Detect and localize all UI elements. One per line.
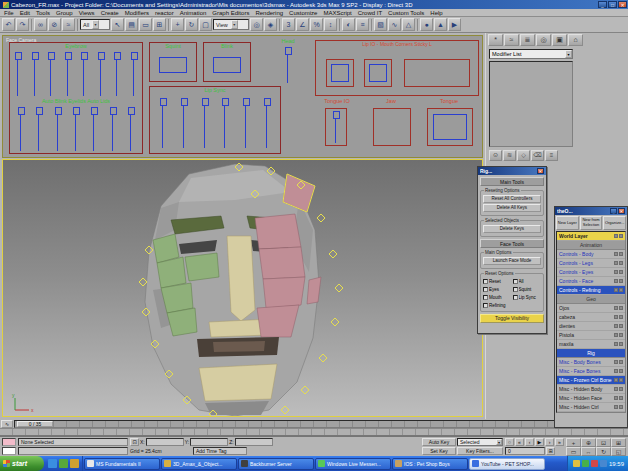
layer-group-header[interactable]: Animation: [557, 241, 625, 250]
menu-item-create[interactable]: Create: [101, 10, 119, 16]
configure-sets-icon[interactable]: ≡: [545, 150, 558, 161]
layer-row[interactable]: Controls - Body: [557, 250, 625, 259]
viewport-label[interactable]: Face Camera: [6, 37, 36, 43]
refining-checkbox[interactable]: [483, 303, 488, 308]
layer-row[interactable]: Misc - Hidden Face: [557, 394, 625, 403]
zoom-extents-icon[interactable]: ⊡: [596, 438, 611, 447]
show-end-result-icon[interactable]: ≋: [503, 150, 516, 161]
reset-checkbox[interactable]: [483, 279, 488, 284]
layer-visibility-icon[interactable]: [614, 387, 618, 391]
menu-item-tools[interactable]: Tools: [36, 10, 50, 16]
layer-dialog-titlebar[interactable]: theO... _ ✕: [555, 207, 627, 215]
quick-render-icon[interactable]: ▶: [448, 18, 461, 31]
curve-editor-icon[interactable]: ∿: [388, 18, 401, 31]
layer-row[interactable]: cabeza: [557, 313, 625, 322]
taskbar-window-button[interactable]: Backburner Server: [238, 458, 314, 470]
layer-row[interactable]: dientes: [557, 322, 625, 331]
layer-visibility-icon[interactable]: [614, 333, 618, 337]
tray-network-icon[interactable]: [600, 460, 607, 467]
rotate-icon[interactable]: ↻: [185, 18, 198, 31]
title-bar[interactable]: Cabezon_FR.max - Project Folder: C:\Docu…: [0, 0, 628, 9]
layer-freeze-icon[interactable]: [619, 387, 623, 391]
taskbar-window-button-active[interactable]: YouTube - PET SHOP...: [469, 458, 545, 470]
maxscript-macro-recorder[interactable]: [2, 438, 16, 446]
mouth-corner-inner-control[interactable]: [369, 64, 387, 82]
maxscript-listener-input[interactable]: [2, 447, 16, 455]
reset-all-controllers-button[interactable]: Reset All Controllers: [483, 195, 541, 203]
lip-sync-checkbox[interactable]: [513, 295, 518, 300]
menu-item-edit[interactable]: Edit: [20, 10, 30, 16]
jaw-control[interactable]: [373, 108, 411, 146]
layer-visibility-icon[interactable]: [614, 342, 618, 346]
face-slider[interactable]: [131, 52, 137, 96]
layer-visibility-icon[interactable]: [614, 324, 618, 328]
mouth-bones[interactable]: [197, 337, 279, 357]
next-frame-icon[interactable]: ›: [545, 438, 554, 446]
snap-toggle-icon[interactable]: 3: [282, 18, 295, 31]
layer-visibility-icon[interactable]: [614, 360, 618, 364]
tab-hierarchy-icon[interactable]: ≣: [520, 34, 535, 46]
go-to-start-icon[interactable]: «: [515, 438, 524, 446]
face-slider[interactable]: [160, 98, 166, 148]
layer-row-world[interactable]: World Layer: [557, 232, 625, 241]
key-filters-button[interactable]: Key Filters...: [457, 447, 503, 455]
menu-item-graph-editors[interactable]: Graph Editors: [212, 10, 249, 16]
menu-item-rendering[interactable]: Rendering: [255, 10, 283, 16]
taskbar-window-button[interactable]: IOS : Pet Shop Boys: [392, 458, 468, 470]
face-slider[interactable]: [55, 107, 61, 151]
menu-item-help[interactable]: Help: [430, 10, 442, 16]
menu-item-views[interactable]: Views: [79, 10, 95, 16]
mirror-icon[interactable]: ◐: [342, 18, 355, 31]
menu-item-customize[interactable]: Customize: [289, 10, 317, 16]
tray-messenger-icon[interactable]: [582, 460, 589, 467]
quicklaunch-player-icon[interactable]: [70, 459, 79, 468]
selection-lock-icon[interactable]: ⊡: [130, 438, 139, 446]
layer-row[interactable]: Controls - Legs: [557, 259, 625, 268]
layer-manager-icon[interactable]: ▧: [374, 18, 387, 31]
time-slider-track[interactable]: 0 / 35: [14, 420, 627, 428]
play-icon[interactable]: ▶: [535, 438, 544, 446]
zoom-region-icon[interactable]: ▭: [566, 447, 581, 456]
zoom-extents-all-icon[interactable]: ⊞: [611, 438, 626, 447]
face-slider[interactable]: [32, 52, 38, 96]
reference-coordinate-dropdown[interactable]: View▾: [213, 19, 249, 30]
face-slider[interactable]: [202, 98, 208, 148]
face-slider[interactable]: [48, 52, 54, 96]
face-slider[interactable]: [110, 107, 116, 151]
layer-group-header[interactable]: Geo: [557, 295, 625, 304]
tongue-inner-control[interactable]: [433, 114, 467, 140]
layer-visibility-icon[interactable]: [614, 405, 618, 409]
face-slider[interactable]: [73, 107, 79, 151]
orbit-icon[interactable]: ↻: [596, 447, 611, 456]
layer-freeze-icon[interactable]: [619, 315, 623, 319]
face-slider[interactable]: [91, 107, 97, 151]
layer-freeze-icon[interactable]: [619, 234, 623, 238]
layer-row[interactable]: maxila: [557, 340, 625, 349]
layer-freeze-icon[interactable]: [619, 288, 623, 292]
layer-visibility-icon[interactable]: [614, 306, 618, 310]
chevron-down-icon[interactable]: ▾: [92, 20, 99, 29]
face-slider[interactable]: [243, 98, 249, 148]
sticky-lips-control[interactable]: [404, 59, 470, 87]
mini-curve-editor-icon[interactable]: ∿: [1, 420, 13, 428]
layer-row-selected[interactable]: Controls - Refining: [557, 286, 625, 295]
tray-volume-icon[interactable]: [591, 460, 598, 467]
blink-control[interactable]: [213, 57, 241, 73]
go-to-end-icon[interactable]: »: [555, 438, 564, 446]
select-object-icon[interactable]: ↖: [111, 18, 124, 31]
delete-all-keys-button[interactable]: Delete All Keys: [483, 204, 541, 212]
launch-face-mode-button[interactable]: Launch Face Mode: [483, 257, 541, 265]
viewport-perspective[interactable]: x y: [2, 159, 483, 417]
layer-freeze-icon[interactable]: [619, 396, 623, 400]
schematic-view-icon[interactable]: △: [402, 18, 415, 31]
face-slider[interactable]: [15, 52, 21, 96]
face-slider[interactable]: [81, 52, 87, 96]
auto-key-button[interactable]: Auto Key: [422, 438, 456, 446]
face-tools-rollout[interactable]: Face Tools: [480, 239, 544, 248]
taskbar-clock[interactable]: 19:59: [609, 461, 624, 467]
layer-visibility-icon[interactable]: [614, 234, 618, 238]
unlink-icon[interactable]: ⊘: [48, 18, 61, 31]
quicklaunch-desktop-icon[interactable]: [59, 459, 68, 468]
face-slider[interactable]: [264, 98, 270, 148]
layer-freeze-icon[interactable]: [619, 252, 623, 256]
